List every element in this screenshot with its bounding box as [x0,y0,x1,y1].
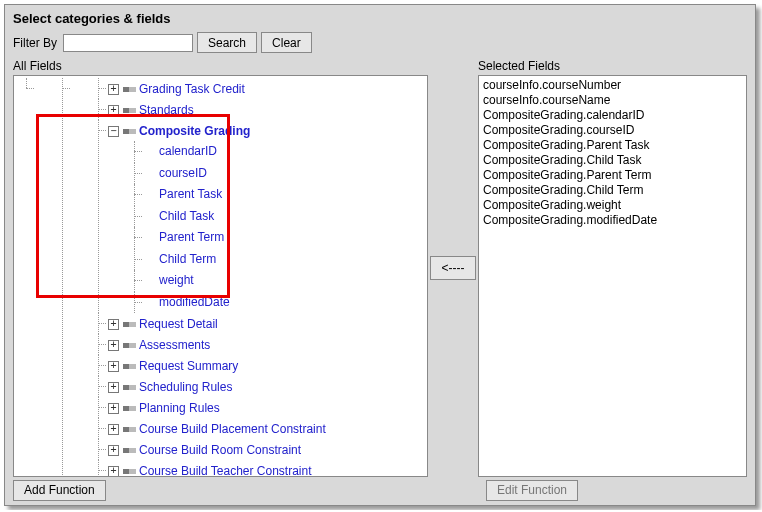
tree-node: calendarID [126,141,421,163]
tree-node-label[interactable]: Planning Rules [139,398,220,418]
tree-node-label[interactable]: Child Task [159,206,214,226]
tree-node-label[interactable]: Composite Grading [139,121,250,141]
selected-field-item[interactable]: courseInfo.courseName [483,93,742,108]
toggler-spacer [144,189,155,200]
tree-node-row: +Standards [108,100,194,120]
expand-icon[interactable]: + [108,84,119,95]
tree-node: +Request Detail [90,313,421,334]
tree-node: courseID [126,163,421,185]
tree-node: +Grading Task Credit+Standards−Composite… [54,78,421,476]
toggler-spacer [144,146,155,157]
tree-node: −Composite GradingcalendarIDcourseIDPare… [90,120,421,313]
tree-node: +Planning Rules [90,397,421,418]
expand-icon[interactable]: + [108,319,119,330]
tree-node-label[interactable]: Request Detail [139,314,218,334]
columns: All Fields +Grading Task Credit+Standard… [13,59,747,477]
tree-node-row: +Request Detail [108,314,218,334]
group-icon [123,340,136,351]
group-icon [123,126,136,137]
tree-node: +Grading Task Credit+Standards−Composite… [18,78,421,476]
select-fields-dialog: Select categories & fields Filter By Sea… [4,4,756,506]
tree-node: Child Term [126,249,421,271]
selected-field-item[interactable]: courseInfo.courseNumber [483,78,742,93]
tree-node-label[interactable]: Course Build Room Constraint [139,440,301,460]
tree-node: Child Task [126,206,421,228]
selected-fields-header: Selected Fields [478,59,747,75]
tree-node-label[interactable]: calendarID [159,141,217,161]
tree-node-row: +Grading Task Credit [108,79,245,99]
tree-node-label[interactable]: Course Build Teacher Constraint [139,461,312,476]
tree-node-label[interactable]: Request Summary [139,356,238,376]
tree-node-label[interactable]: weight [159,270,194,290]
middle-column: <---- [428,59,478,477]
tree-scroll[interactable]: +Grading Task Credit+Standards−Composite… [14,76,427,476]
tree-node-label[interactable]: Standards [139,100,194,120]
group-icon [123,84,136,95]
tree-node-row: +Course Build Placement Constraint [108,419,326,439]
filter-input[interactable] [63,34,193,52]
selected-field-item[interactable]: CompositeGrading.weight [483,198,742,213]
all-fields-column: All Fields +Grading Task Credit+Standard… [13,59,428,477]
tree-node-label[interactable]: Grading Task Credit [139,79,245,99]
tree-node-row: +Scheduling Rules [108,377,232,397]
collapse-icon[interactable]: − [108,126,119,137]
tree-node-row: calendarID [144,141,217,161]
selected-field-item[interactable]: CompositeGrading.modifiedDate [483,213,742,228]
tree-node: +Course Build Room Constraint [90,439,421,460]
tree-node-label[interactable]: Parent Term [159,227,224,247]
tree-node-label[interactable]: Course Build Placement Constraint [139,419,326,439]
tree-node-row: +Course Build Teacher Constraint [108,461,312,476]
toggler-spacer [144,232,155,243]
filter-label: Filter By [13,36,57,50]
tree-node-label[interactable]: Parent Task [159,184,222,204]
group-icon [123,445,136,456]
selected-fields-box[interactable]: courseInfo.courseNumbercourseInfo.course… [478,75,747,477]
expand-icon[interactable]: + [108,105,119,116]
selected-field-item[interactable]: CompositeGrading.calendarID [483,108,742,123]
tree-node-row: −Composite Grading [108,121,250,141]
all-fields-header: All Fields [13,59,428,75]
move-left-button[interactable]: <---- [430,256,476,280]
tree-node: +Course Build Teacher Constraint [90,460,421,476]
selected-field-item[interactable]: CompositeGrading.Child Task [483,153,742,168]
expand-icon[interactable]: + [108,382,119,393]
expand-icon[interactable]: + [108,361,119,372]
edit-function-button[interactable]: Edit Function [486,480,578,501]
group-icon [123,424,136,435]
expand-icon[interactable]: + [108,340,119,351]
group-icon [123,403,136,414]
tree-node: weight [126,270,421,292]
field-tree: +Grading Task Credit+Standards−Composite… [18,78,421,476]
selected-field-item[interactable]: CompositeGrading.Child Term [483,183,742,198]
tree-node-row: +Assessments [108,335,210,355]
selected-field-item[interactable]: CompositeGrading.Parent Task [483,138,742,153]
expand-icon[interactable]: + [108,424,119,435]
tree-node-label[interactable]: Child Term [159,249,216,269]
tree-node-row: +Request Summary [108,356,238,376]
toggler-spacer [144,210,155,221]
expand-icon[interactable]: + [108,403,119,414]
tree-node-label[interactable]: Scheduling Rules [139,377,232,397]
selected-field-item[interactable]: CompositeGrading.Parent Term [483,168,742,183]
selected-fields-column: Selected Fields courseInfo.courseNumberc… [478,59,747,477]
toggler-spacer [144,296,155,307]
tree-node-label[interactable]: modifiedDate [159,292,230,312]
expand-icon[interactable]: + [108,445,119,456]
group-icon [123,382,136,393]
dialog-title: Select categories & fields [5,5,755,30]
tree-node: +Standards [90,99,421,120]
add-function-button[interactable]: Add Function [13,480,106,501]
tree-node-row: modifiedDate [144,292,230,312]
tree-node-row: +Planning Rules [108,398,220,418]
tree-node: modifiedDate [126,292,421,314]
filter-row: Filter By Search Clear [5,30,755,57]
expand-icon[interactable]: + [108,466,119,477]
clear-button[interactable]: Clear [261,32,312,53]
selected-field-item[interactable]: CompositeGrading.courseID [483,123,742,138]
tree-node-label[interactable]: Assessments [139,335,210,355]
tree-node-row: courseID [144,163,207,183]
search-button[interactable]: Search [197,32,257,53]
toggler-spacer [144,253,155,264]
tree-node-row: Child Task [144,206,214,226]
tree-node-label[interactable]: courseID [159,163,207,183]
